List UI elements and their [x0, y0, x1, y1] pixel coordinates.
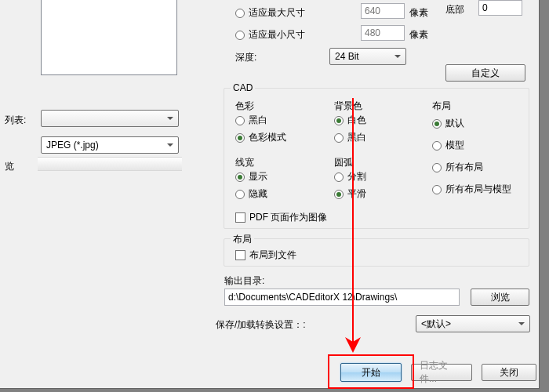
color-label: 色彩: [235, 100, 254, 113]
list-label: 列表:: [5, 114, 26, 127]
file-format-select[interactable]: JPEG (*.jpg): [41, 136, 179, 154]
lw-show-radio[interactable]: [235, 172, 245, 182]
color-bw-radio[interactable]: [235, 116, 245, 125]
layout-model-radio[interactable]: [432, 141, 442, 151]
px-label-2: 像素: [409, 28, 428, 42]
format-select[interactable]: [41, 110, 179, 127]
save-settings-label: 保存/加载转换设置：:: [216, 318, 306, 332]
max-size-input[interactable]: 640: [361, 3, 405, 19]
preview-thumbnail: [41, 0, 177, 75]
max-size-label: 适应最大尺寸: [249, 6, 305, 20]
layout-allmodel-radio[interactable]: [432, 185, 442, 194]
cad-legend: CAD: [231, 82, 255, 93]
bottom-input[interactable]: 0: [478, 0, 522, 16]
save-settings-select[interactable]: <默认>: [416, 315, 530, 332]
bg-label: 背景色: [334, 100, 362, 113]
layout-legend: 布局: [231, 233, 254, 246]
lineweight-label: 线宽: [235, 156, 254, 169]
cad-group: CAD 色彩 黑白 色彩模式 背景色 白色 黑白 布局 默认 模型 所有布局 所…: [224, 88, 529, 229]
pdf-page-as-image-checkbox[interactable]: [235, 212, 245, 223]
chevron-down-icon: [167, 143, 173, 147]
px-label-1: 像素: [409, 6, 428, 20]
arc-label: 圆弧: [334, 156, 353, 169]
arc-split-radio[interactable]: [334, 172, 344, 182]
annotation-highlight: [328, 354, 414, 389]
browse-button[interactable]: 浏览: [471, 289, 529, 306]
color-mode-radio[interactable]: [235, 133, 245, 143]
layout-to-file-checkbox[interactable]: [235, 250, 245, 260]
depth-select[interactable]: 24 Bit: [329, 48, 406, 65]
min-size-input[interactable]: 480: [361, 25, 405, 41]
bottom-label: 底部: [445, 3, 464, 16]
layout-all-radio[interactable]: [432, 163, 442, 172]
panel-divider: [38, 157, 182, 171]
log-file-button[interactable]: 日志文件...: [411, 364, 472, 381]
min-size-label: 适应最小尺寸: [249, 28, 305, 42]
chevron-down-icon: [394, 55, 401, 58]
bg-white-radio[interactable]: [334, 116, 344, 125]
outdir-input[interactable]: d:\Documents\CADEditorX 12\Drawings\: [224, 289, 460, 306]
chevron-down-icon: [167, 117, 173, 120]
bg-black-radio[interactable]: [334, 133, 344, 143]
layout-default-radio[interactable]: [432, 119, 442, 129]
max-size-radio[interactable]: [235, 9, 245, 18]
lw-hide-radio[interactable]: [235, 190, 245, 199]
layout-label: 布局: [432, 100, 451, 113]
file-format-value: JPEG (*.jpg): [46, 140, 99, 151]
outdir-label: 输出目录:: [224, 274, 264, 288]
arc-smooth-radio[interactable]: [334, 190, 344, 199]
layout-group: 布局 布局到文件: [224, 238, 529, 267]
custom-button[interactable]: 自定义: [445, 64, 525, 82]
preview-label: 览: [5, 160, 14, 173]
chevron-down-icon: [518, 322, 525, 325]
min-size-radio[interactable]: [235, 31, 245, 40]
depth-label: 深度:: [235, 51, 256, 64]
close-button[interactable]: 关闭: [482, 364, 536, 381]
